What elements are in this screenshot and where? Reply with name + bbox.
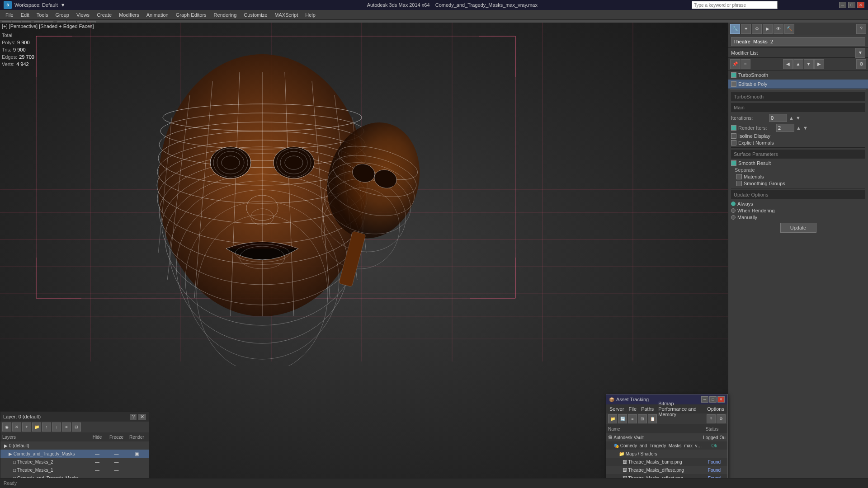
layers-collapse[interactable]: ⊟ xyxy=(72,422,81,432)
layer-theatre1-hide: — xyxy=(88,468,106,473)
layer-row-comedy[interactable]: ▶ Comedy_and_Tragedy_Masks — — ▣ xyxy=(0,450,149,458)
layers-sel-to-layer[interactable]: ↑ xyxy=(42,422,51,432)
maximize-button[interactable]: □ xyxy=(848,2,855,8)
asset-row-maps[interactable]: 📁 Maps / Shaders xyxy=(606,450,727,458)
smooth-result-checkbox[interactable] xyxy=(731,160,736,166)
manually-radio[interactable] xyxy=(731,215,736,220)
asset-menu-options[interactable]: Options xyxy=(706,406,726,412)
nav-forward[interactable]: ▶ xyxy=(814,59,824,69)
object-name-input[interactable] xyxy=(731,37,865,46)
menu-file[interactable]: File xyxy=(2,11,17,19)
menu-tools[interactable]: Tools xyxy=(33,11,52,19)
explicit-normals-row: Explicit Normals xyxy=(731,140,865,145)
menu-views[interactable]: Views xyxy=(73,11,93,19)
title-bar-left: 3 Workspace: Default ▼ xyxy=(4,1,66,9)
menu-rendering[interactable]: Rendering xyxy=(210,11,241,19)
asset-toolbar-btn1[interactable]: 📁 xyxy=(608,414,617,423)
asset-menu-bitmap[interactable]: Bitmap Performance and Memory xyxy=(657,401,704,417)
object-name-bar xyxy=(728,35,868,48)
workspace-dropdown[interactable]: ▼ xyxy=(61,2,66,8)
minimize-button[interactable]: ─ xyxy=(839,2,846,8)
turbosmooth-enable-checkbox[interactable] xyxy=(731,72,736,78)
pin-stack-button[interactable]: 📌 xyxy=(730,59,740,69)
asset-row-vault[interactable]: 🏛 Autodesk Vault Logged Ou xyxy=(606,433,727,441)
svg-point-47 xyxy=(210,147,251,178)
render-iters-spinner-up[interactable]: ▲ xyxy=(796,125,801,131)
panel-icon-create[interactable]: ✦ xyxy=(741,24,751,34)
close-button[interactable]: ✕ xyxy=(857,2,864,8)
panel-icon-help[interactable]: ? xyxy=(856,24,866,34)
asset-toolbar-btn5[interactable]: 📋 xyxy=(648,414,657,423)
asset-row-diffuse[interactable]: 🖼 Theatre_Masks_diffuse.png Found xyxy=(606,466,727,474)
menu-modifiers[interactable]: Modifiers xyxy=(115,11,143,19)
modifier-turbosmooth[interactable]: TurboSmooth xyxy=(728,70,868,80)
asset-menu-server[interactable]: Server xyxy=(608,406,625,412)
asset-maxfile-name: 🎭 Comedy_and_Tragedy_Masks_max_vray.max xyxy=(608,443,703,448)
render-iters-spinner-down[interactable]: ▼ xyxy=(803,125,808,131)
panel-icon-hierarchy[interactable]: ⚙ xyxy=(752,24,762,34)
layer-row-theatre2[interactable]: □ Theatre_Masks_2 — — xyxy=(0,458,149,466)
menu-animation[interactable]: Animation xyxy=(143,11,172,19)
materials-checkbox[interactable] xyxy=(736,174,742,179)
asset-title-text: Asset Tracking xyxy=(616,397,649,402)
always-radio[interactable] xyxy=(731,202,736,206)
modifier-editable-poly[interactable]: Editable Poly xyxy=(728,80,868,89)
modifier-list-label: Modifier List xyxy=(731,50,758,56)
asset-menu-paths[interactable]: Paths xyxy=(640,406,655,412)
layer-comedy-render: ▣ xyxy=(127,451,147,456)
iterations-spinner-up[interactable]: ▲ xyxy=(789,115,794,121)
menu-graph-editors[interactable]: Graph Editors xyxy=(172,11,210,19)
layers-add-button[interactable]: + xyxy=(22,422,31,432)
asset-help-btn[interactable]: ? xyxy=(707,414,716,423)
layer-row-theatre1[interactable]: □ Theatre_Masks_1 — — xyxy=(0,466,149,474)
menu-edit[interactable]: Edit xyxy=(17,11,33,19)
layers-expand[interactable]: ≡ xyxy=(62,422,71,432)
layer-comedy-hide: — xyxy=(88,451,106,456)
config-button[interactable]: ⚙ xyxy=(856,59,866,69)
iterations-input[interactable] xyxy=(769,114,787,122)
layers-layer-to-sel[interactable]: ↓ xyxy=(52,422,61,432)
layers-close-button[interactable]: ✕ xyxy=(138,414,146,420)
show-all-button[interactable]: ≡ xyxy=(741,59,750,69)
asset-config-btn[interactable]: ⚙ xyxy=(717,414,726,423)
asset-row-bump[interactable]: 🖼 Theatre_Masks_bump.png Found xyxy=(606,458,727,466)
layers-help-button[interactable]: ? xyxy=(130,414,137,420)
modifier-list-dropdown[interactable]: ▼ xyxy=(855,48,865,58)
separate-label: Separate xyxy=(731,167,865,173)
nav-down[interactable]: ▼ xyxy=(804,59,814,69)
nav-up[interactable]: ▲ xyxy=(793,59,803,69)
asset-maximize-button[interactable]: □ xyxy=(709,396,717,403)
asset-toolbar-btn2[interactable]: 🔄 xyxy=(618,414,627,423)
render-iters-input[interactable] xyxy=(776,124,794,132)
asset-row-maxfile[interactable]: 🎭 Comedy_and_Tragedy_Masks_max_vray.max … xyxy=(606,441,727,450)
layers-delete-button[interactable]: ✕ xyxy=(12,422,21,432)
explicit-normals-checkbox[interactable] xyxy=(731,140,736,145)
render-iters-checkbox[interactable] xyxy=(731,125,736,131)
panel-icon-modify[interactable]: 🔧 xyxy=(730,24,740,34)
layer-theatre1-name: □ Theatre_Masks_1 xyxy=(2,468,88,473)
menu-create[interactable]: Create xyxy=(93,11,115,19)
smoothing-groups-checkbox[interactable] xyxy=(736,181,742,186)
asset-diffuse-name: 🖼 Theatre_Masks_diffuse.png xyxy=(608,468,703,473)
when-rendering-radio[interactable] xyxy=(731,208,736,213)
layers-folder-button[interactable]: 📁 xyxy=(32,422,41,432)
asset-close-button[interactable]: ✕ xyxy=(717,396,725,403)
menu-maxscript[interactable]: MAXScript xyxy=(271,11,302,19)
iterations-spinner-down[interactable]: ▼ xyxy=(796,115,801,121)
search-input[interactable] xyxy=(692,1,778,9)
menu-customize[interactable]: Customize xyxy=(240,11,271,19)
asset-toolbar-btn4[interactable]: ⊞ xyxy=(638,414,647,423)
editablepoly-enable-checkbox[interactable] xyxy=(731,81,736,87)
asset-menu-file[interactable]: File xyxy=(627,406,638,412)
layer-row-default[interactable]: ▶ 0 (default) xyxy=(0,441,149,450)
panel-icon-display[interactable]: 👁 xyxy=(774,24,783,34)
isoline-checkbox[interactable] xyxy=(731,133,736,139)
panel-icon-utilities[interactable]: 🔨 xyxy=(784,24,794,34)
asset-toolbar-btn3[interactable]: ≡ xyxy=(628,414,637,423)
update-button[interactable]: Update xyxy=(780,223,816,233)
panel-icon-motion[interactable]: ▶ xyxy=(763,24,773,34)
layers-current-icon[interactable]: ◉ xyxy=(2,422,11,432)
menu-group[interactable]: Group xyxy=(52,11,73,19)
nav-back[interactable]: ◀ xyxy=(783,59,793,69)
menu-help[interactable]: Help xyxy=(302,11,319,19)
